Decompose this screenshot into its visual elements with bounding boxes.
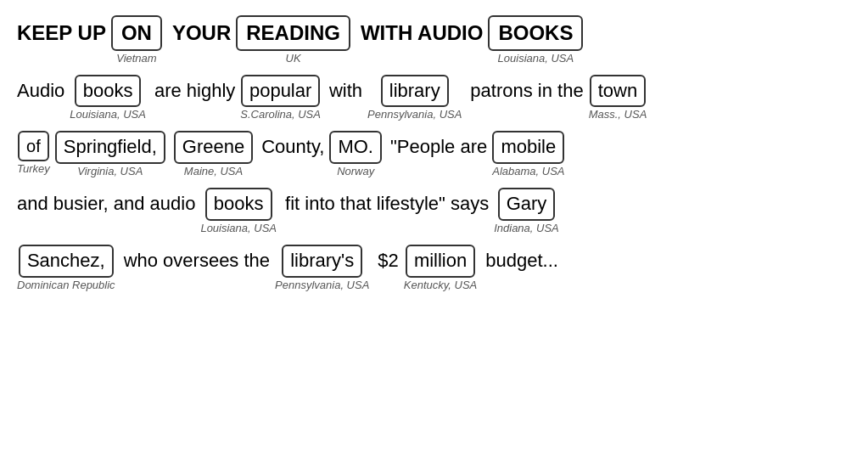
l2-audio: Audio bbox=[17, 75, 64, 123]
l3-springfield-location: Virginia, USA bbox=[77, 165, 143, 177]
l4-gary-group: Gary Indiana, USA bbox=[494, 188, 559, 234]
title-your: YOUR bbox=[172, 15, 231, 66]
l3-mobile-location: Alabama, USA bbox=[492, 165, 564, 177]
l2-books-box: books bbox=[75, 75, 142, 108]
l2-town-group: town Mass., USA bbox=[589, 75, 647, 121]
l5-million-box: million bbox=[406, 245, 475, 278]
l2-patrons-text: patrons in the bbox=[470, 75, 583, 104]
l2-popular-box: popular bbox=[241, 75, 320, 108]
l5-sanchez-box: Sanchez, bbox=[19, 245, 114, 278]
l3-greene-group: Greene Maine, USA bbox=[174, 131, 253, 177]
l2-audio-text: Audio bbox=[17, 75, 64, 104]
l3-county-text: County, bbox=[261, 131, 324, 161]
l2-patrons: patrons in the bbox=[470, 75, 583, 123]
title-with-audio: WITH AUDIO bbox=[361, 15, 483, 66]
l2-library-group: library Pennsylvania, USA bbox=[367, 75, 462, 121]
l2-popular-location: S.Carolina, USA bbox=[240, 108, 321, 121]
l3-mobile-group: mobile Alabama, USA bbox=[492, 131, 564, 177]
l4-and-busier-text: and busier, and audio bbox=[17, 188, 195, 217]
l4-books-group: books Louisiana, USA bbox=[200, 188, 277, 234]
title-keep-up: KEEP UP bbox=[17, 15, 106, 66]
l5-2dollars: $2 bbox=[378, 245, 398, 293]
title-on-group: ON Vietnam bbox=[111, 15, 162, 65]
l4-fit-into-text: fit into that lifestyle" says bbox=[285, 188, 489, 217]
title-books-group: BOOKS Louisiana, USA bbox=[488, 15, 583, 65]
title-on-location: Vietnam bbox=[116, 52, 156, 65]
l5-million-location: Kentucky, USA bbox=[404, 279, 477, 291]
title-books-box: BOOKS bbox=[488, 15, 583, 51]
l5-librarys-group: library's Pennsylvania, USA bbox=[275, 245, 369, 291]
title-reading-group: READING UK bbox=[236, 15, 350, 65]
l5-budget: budget... bbox=[485, 245, 558, 293]
l2-library-box: library bbox=[381, 75, 449, 108]
title-books-location: Louisiana, USA bbox=[498, 52, 574, 65]
l2-popular-group: popular S.Carolina, USA bbox=[240, 75, 321, 121]
title-reading-box: READING bbox=[236, 15, 350, 51]
l3-greene-box: Greene bbox=[174, 131, 253, 164]
l5-who-oversees-text: who oversees the bbox=[124, 245, 270, 274]
title-reading-location: UK bbox=[286, 52, 301, 65]
l3-greene-location: Maine, USA bbox=[184, 165, 243, 177]
l4-books-location: Louisiana, USA bbox=[200, 222, 277, 234]
l3-people-are: "People are bbox=[390, 131, 487, 179]
l5-sanchez-location: Dominican Republic bbox=[17, 279, 115, 291]
l5-librarys-location: Pennsylvania, USA bbox=[275, 279, 369, 291]
l3-mo-location: Norway bbox=[337, 165, 374, 177]
l3-county: County, bbox=[261, 131, 324, 179]
l2-with-text: with bbox=[329, 75, 362, 104]
l3-mo-group: MO. Norway bbox=[329, 131, 382, 177]
title-text-your: YOUR bbox=[172, 15, 231, 48]
l4-gary-location: Indiana, USA bbox=[494, 222, 559, 234]
l5-2dollars-text: $2 bbox=[378, 245, 398, 274]
l3-springfield-group: Springfield, Virginia, USA bbox=[55, 131, 165, 177]
title-on-box: ON bbox=[111, 15, 162, 51]
main-content: KEEP UP ON Vietnam YOUR READING UK WITH … bbox=[17, 15, 851, 293]
l2-town-location: Mass., USA bbox=[589, 108, 647, 121]
l2-books-group: books Louisiana, USA bbox=[70, 75, 146, 121]
l3-mo-box: MO. bbox=[329, 131, 382, 164]
l5-budget-text: budget... bbox=[485, 245, 558, 274]
l3-people-are-text: "People are bbox=[390, 131, 487, 161]
l4-fit-into: fit into that lifestyle" says bbox=[285, 188, 489, 236]
l3-mobile-box: mobile bbox=[492, 131, 564, 164]
l3-of-group: of Turkey bbox=[17, 131, 50, 175]
l2-town-box: town bbox=[590, 75, 646, 108]
l5-million-group: million Kentucky, USA bbox=[404, 245, 477, 291]
l3-of-box: of bbox=[18, 131, 49, 161]
l2-are-highly-text: are highly bbox=[154, 75, 235, 104]
l4-books-box: books bbox=[205, 188, 272, 221]
l5-who-oversees: who oversees the bbox=[124, 245, 270, 293]
l2-library-location: Pennsylvania, USA bbox=[367, 108, 462, 121]
l5-sanchez-group: Sanchez, Dominican Republic bbox=[17, 245, 115, 291]
l3-of-location: Turkey bbox=[17, 162, 50, 175]
l2-are-highly: are highly bbox=[154, 75, 235, 123]
l2-with: with bbox=[329, 75, 362, 123]
l4-gary-box: Gary bbox=[498, 188, 556, 221]
l3-springfield-box: Springfield, bbox=[55, 131, 165, 164]
l2-books-location: Louisiana, USA bbox=[70, 108, 146, 121]
title-text-keepup: KEEP UP bbox=[17, 15, 106, 48]
l5-librarys-box: library's bbox=[282, 245, 362, 278]
title-text-withaudio: WITH AUDIO bbox=[361, 15, 483, 48]
l4-and-busier: and busier, and audio bbox=[17, 188, 195, 236]
